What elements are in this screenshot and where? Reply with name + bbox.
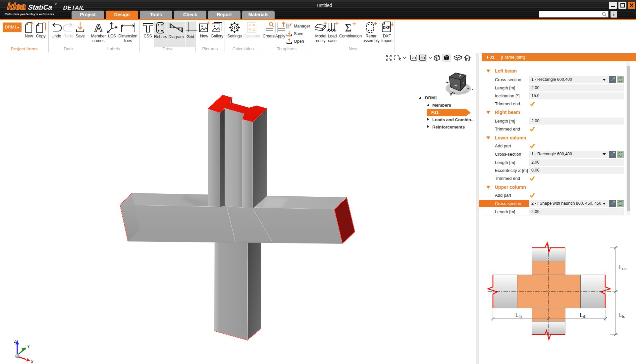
group-label-new: New (313, 46, 393, 52)
search-input[interactable] (539, 11, 609, 18)
axis-z-label: Z (14, 339, 16, 344)
sync-cross-section-button[interactable] (617, 76, 624, 83)
svg-text:Σ: Σ (345, 22, 351, 33)
collapsed-icon[interactable] (426, 118, 430, 121)
gallery-button[interactable]: Gallery (210, 22, 224, 38)
view-2d-button[interactable]: 2D (409, 54, 418, 62)
view-3d-button[interactable]: 3D (418, 54, 427, 62)
new-picture-button[interactable]: New (198, 22, 210, 38)
checkbox-checked-icon[interactable] (529, 126, 535, 132)
tab-check[interactable]: Check (174, 11, 206, 19)
pencil-icon (609, 76, 616, 83)
load-case-button[interactable]: Load case (326, 22, 338, 43)
rotate-dropdown-button[interactable] (402, 54, 407, 62)
dxf-import-button[interactable]: DXF DXF Import (380, 22, 394, 43)
tab-report[interactable]: Report (208, 11, 240, 19)
section-collapse-icon[interactable] (486, 111, 490, 114)
length-input[interactable]: 2.00 (529, 159, 624, 166)
inclination-input[interactable]: 15.0 (529, 92, 624, 99)
group-separator (48, 21, 49, 52)
dropdown-caret-icon (603, 203, 606, 205)
save-template-button[interactable]: Save (286, 31, 303, 36)
clip-cube-button[interactable] (453, 54, 462, 62)
tree-item-drm1[interactable]: DRM1 (425, 94, 437, 101)
splitter-handle[interactable] (476, 53, 479, 364)
checkbox-checked-icon[interactable] (529, 175, 535, 181)
logo-statica-text: StatiCa (27, 3, 53, 11)
dimension-lines-button[interactable]: Dimension lines (118, 22, 138, 43)
edit-cross-section-button[interactable] (609, 151, 616, 158)
navigation-cube[interactable]: +Y Y (446, 73, 473, 97)
length-input[interactable]: 2.00 (529, 208, 624, 215)
fit-view-button[interactable] (385, 54, 393, 62)
undo-button[interactable]: Undo (50, 22, 62, 38)
edit-cross-section-button[interactable] (609, 200, 616, 207)
close-button[interactable] (628, 2, 635, 9)
checkbox-checked-icon[interactable] (529, 143, 535, 149)
grid-button[interactable]: Grid (186, 22, 195, 47)
home-icon (464, 54, 471, 61)
tab-project[interactable]: Project (72, 11, 104, 19)
minimize-icon (609, 2, 617, 9)
cross-section-dropdown[interactable]: 2 - I Shape with haunch 800, 450, 450 (529, 200, 609, 207)
edit-cross-section-button[interactable] (609, 76, 616, 83)
rebar-assembly-button[interactable]: Rebar assembly (362, 22, 380, 43)
sync-cross-section-button[interactable] (617, 200, 624, 207)
rebars-button[interactable]: Rebars (154, 22, 167, 47)
tab-materials[interactable]: Materials (242, 11, 275, 19)
minimize-button[interactable] (609, 2, 617, 9)
fit-view-icon (386, 55, 392, 61)
save-button[interactable]: Save (74, 22, 86, 38)
diagram-button[interactable]: Diagram (167, 22, 185, 47)
apply-template-button[interactable]: Apply (275, 22, 286, 38)
viewport-3d[interactable]: +Y Y Z Y X (0, 62, 476, 364)
wireframe-cube-button[interactable] (433, 54, 441, 62)
tab-tools[interactable]: Tools (140, 11, 172, 19)
tree-item-reinforcements[interactable]: Reinforcements (432, 124, 465, 130)
model-entity-button[interactable]: Model entity (313, 22, 328, 43)
dropdown-caret-icon (603, 153, 606, 155)
combination-button[interactable]: Σ Combination (339, 22, 362, 38)
checkbox-checked-icon[interactable] (529, 101, 535, 107)
tree-item-members[interactable]: Members (432, 102, 451, 109)
checkbox-checked-icon[interactable] (529, 192, 535, 198)
lcs-button[interactable]: LCS (107, 22, 117, 38)
css-button[interactable]: CSS (142, 22, 153, 38)
template-manager-button[interactable]: Manager (286, 23, 310, 29)
expanded-icon[interactable] (418, 96, 421, 99)
home-view-button[interactable] (463, 54, 472, 62)
cross-section-dropdown[interactable]: 1 - Rectangle 600,400 (529, 76, 609, 83)
solid-cube-button[interactable] (442, 54, 451, 62)
member-names-icon: A (92, 22, 104, 33)
upper-column-left-flange (208, 109, 220, 207)
section-collapse-icon[interactable] (486, 136, 490, 139)
member-names-button[interactable]: A Member names (90, 22, 107, 43)
maximize-button[interactable] (618, 2, 626, 9)
new-project-item-button[interactable]: New (23, 22, 34, 38)
copy-project-item-button[interactable]: Copy (35, 22, 46, 38)
chevron-down-icon (428, 56, 432, 59)
tree-item-fj1-selected[interactable]: FJ1 (427, 109, 471, 116)
collapsed-icon[interactable] (426, 125, 430, 128)
settings-button[interactable]: Settings (227, 22, 242, 38)
section-collapse-icon[interactable] (486, 186, 490, 189)
tab-design[interactable]: Design (106, 11, 138, 19)
length-input[interactable]: 2.00 (529, 118, 624, 125)
eccentricity-input[interactable]: 0.00 (529, 167, 624, 174)
create-template-button[interactable]: Create (262, 22, 275, 38)
section-collapse-icon[interactable] (486, 70, 490, 73)
rotate-view-button[interactable] (394, 54, 402, 62)
sync-cross-section-button[interactable] (617, 151, 624, 158)
redo-button[interactable]: Redo (62, 22, 74, 38)
info-button[interactable]: i (610, 11, 617, 18)
panel-header: FJ1 [Frame joint] (482, 53, 636, 61)
tree-item-loads[interactable]: Loads and Combin... (432, 116, 475, 123)
length-input[interactable]: 2.00 (529, 84, 624, 91)
calculate-button[interactable]: Calculate (243, 22, 261, 38)
cross-section-dropdown[interactable]: 1 - Rectangle 600,400 (529, 151, 609, 158)
expanded-icon[interactable] (426, 103, 429, 107)
view-dropdown-button[interactable] (428, 54, 433, 62)
panel-scrollbar-thumb[interactable] (627, 66, 630, 211)
drm1-dropdown-button[interactable]: DRM1 (3, 23, 22, 32)
open-template-button[interactable]: Open (286, 38, 304, 44)
